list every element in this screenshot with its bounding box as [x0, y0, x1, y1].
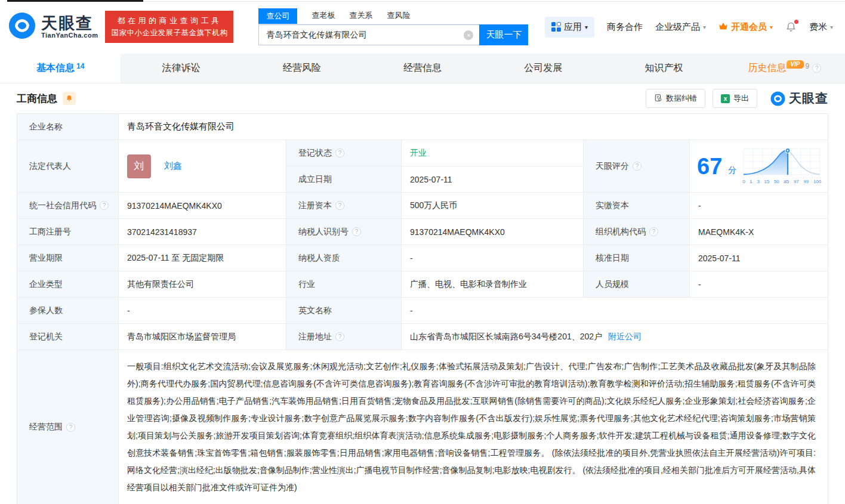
- field-label-english-name: 英文名称: [286, 298, 402, 324]
- field-label-organization-code: 组织机构代码 ?: [584, 219, 690, 245]
- score-distribution-chart: 0131550859799100: [742, 148, 821, 184]
- crown-icon: [718, 22, 728, 32]
- site-header: 天眼查 TianYanCha.com 都在用的商业查询工具 国家中小企业发展子基…: [0, 0, 845, 54]
- search-tab-company[interactable]: 查公司: [258, 8, 297, 24]
- field-label-tianyan-score: 天眼评分 ?: [584, 140, 690, 193]
- field-label-company-type: 企业类型: [17, 271, 119, 298]
- section-title: 工商信息: [17, 92, 57, 106]
- nav-enterprise-products[interactable]: 企业级产品 ▾: [655, 21, 706, 33]
- field-value-company-type: 其他有限责任公司: [119, 271, 286, 298]
- vip-badge: VIP: [787, 60, 803, 69]
- field-label-taxpayer-id: 纳税人识别号 ?: [286, 219, 402, 245]
- company-tabbar: 基本信息 14 法律诉讼 经营风险 经营信息 公司发展 知识产权 历史信息VIP…: [0, 54, 845, 84]
- field-value-registration-status: 开业: [402, 140, 584, 166]
- field-value-staff-size: -: [690, 271, 828, 298]
- browser-artifact: [7, 0, 143, 2]
- watermark-text: 天眼查: [789, 90, 828, 107]
- business-info-table: 企业名称 青岛环音文化传媒有限公司 法定代表人 刘 刘鑫 登记状态 ? 开业 成…: [17, 113, 828, 504]
- legal-rep-avatar[interactable]: 刘: [127, 154, 151, 178]
- field-value-registered-address: 山东省青岛市城阳区长城南路6号34号楼201、202户 附近公司: [402, 324, 828, 350]
- score-chart-axis: 0131550859799100: [742, 179, 821, 184]
- field-value-established-date: 2025-07-11: [402, 166, 584, 193]
- tab-history-info[interactable]: 历史信息VIP 9 ?: [724, 54, 845, 83]
- legal-rep-name-link[interactable]: 刘鑫: [164, 160, 182, 172]
- browser-artifact-line: [143, 1, 845, 2]
- status-badge: 开业: [410, 148, 427, 159]
- tianyancha-logo[interactable]: 天眼查 TianYanCha.com: [8, 12, 98, 42]
- caret-down-icon: ▾: [770, 24, 773, 30]
- field-label-insured-count: 参保人数: [17, 298, 119, 324]
- field-label-staff-size: 人员规模: [584, 271, 690, 298]
- help-icon[interactable]: ?: [335, 149, 344, 157]
- field-value-registered-capital: 500万人民币: [402, 193, 584, 219]
- field-label-legal-representative: 法定代表人: [17, 140, 119, 193]
- search-tab-risk[interactable]: 查风险: [387, 10, 410, 24]
- tab-company-development[interactable]: 公司发展: [483, 54, 603, 83]
- tab-basic-info-label: 基本信息: [36, 62, 75, 75]
- field-value-approval-date: 2025-07-11: [690, 245, 828, 271]
- header-nav: 应用 ▾ 商务合作 企业级产品 ▾ 开通会员 ▾ 费米 ▾: [545, 17, 833, 38]
- data-correction-button[interactable]: 数据纠错: [646, 89, 705, 108]
- help-icon[interactable]: ?: [100, 201, 109, 210]
- search-area: 查公司 查老板 查关系 查风险 × 天眼一下: [258, 8, 528, 45]
- field-label-registration-status: 登记状态 ?: [286, 140, 402, 166]
- tab-business-risk[interactable]: 经营风险: [242, 54, 362, 83]
- caret-down-icon: ▾: [830, 24, 833, 30]
- field-value-taxpayer-qualification: -: [402, 245, 584, 271]
- tianyancha-watermark: 天眼查: [770, 90, 828, 107]
- field-value-legal-representative: 刘 刘鑫: [119, 140, 286, 193]
- nav-apps-label: 应用: [564, 21, 582, 33]
- field-value-paid-in-capital: -: [690, 193, 828, 219]
- field-label-industry: 行业: [286, 271, 402, 298]
- score-unit: 分: [728, 165, 736, 176]
- apps-grid-icon: [551, 22, 561, 32]
- caret-down-icon: ▾: [585, 24, 588, 30]
- field-label-company-name: 企业名称: [17, 114, 119, 140]
- tab-legal-litigation[interactable]: 法律诉讼: [121, 54, 241, 83]
- field-label-business-term: 营业期限: [17, 245, 119, 271]
- slogan-banner: 都在用的商业查询工具 国家中小企业发展子基金旗下机构: [105, 11, 233, 43]
- field-label-established-date: 成立日期: [286, 166, 402, 193]
- notification-bell-icon[interactable]: [785, 21, 797, 33]
- field-label-approval-date: 核准日期: [584, 245, 690, 271]
- search-tab-relation[interactable]: 查关系: [349, 10, 372, 24]
- help-icon[interactable]: ?: [335, 332, 344, 341]
- help-icon[interactable]: ?: [66, 423, 75, 432]
- export-button[interactable]: x 导出: [713, 89, 757, 108]
- help-icon[interactable]: ?: [335, 201, 344, 210]
- search-tabs: 查公司 查老板 查关系 查风险: [258, 8, 528, 24]
- tab-intellectual-property[interactable]: 知识产权: [603, 54, 724, 83]
- field-label-registered-address: 注册地址 ?: [286, 324, 402, 350]
- tianyancha-watermark-icon: [770, 91, 785, 106]
- help-icon[interactable]: ?: [649, 227, 658, 236]
- search-input[interactable]: [258, 24, 479, 45]
- tab-basic-info-count: 14: [76, 62, 84, 70]
- search-tab-boss[interactable]: 查老板: [312, 10, 335, 24]
- help-icon[interactable]: ?: [633, 162, 642, 171]
- nav-user-label: 费米: [809, 21, 827, 33]
- nav-cooperation[interactable]: 商务合作: [607, 21, 643, 33]
- tab-business-info[interactable]: 经营信息: [362, 54, 483, 83]
- subscribe-bell-icon[interactable]: [63, 92, 76, 105]
- field-value-organization-code: MAEQMK4K-X: [690, 219, 828, 245]
- nav-user-menu[interactable]: 费米 ▾: [809, 21, 833, 33]
- field-label-credit-code: 统一社会信用代码 ?: [17, 193, 119, 219]
- slogan-line1: 都在用的商业查询工具: [111, 15, 227, 27]
- field-label-registration-number: 工商注册号: [17, 219, 119, 245]
- search-button[interactable]: 天眼一下: [479, 24, 528, 45]
- notification-dot: [794, 20, 798, 24]
- field-label-registered-capital: 注册资本 ?: [286, 193, 402, 219]
- help-icon[interactable]: ?: [812, 64, 821, 73]
- tab-basic-info[interactable]: 基本信息 14: [0, 54, 121, 83]
- field-value-insured-count: -: [119, 298, 286, 324]
- field-value-taxpayer-id: 91370214MAEQMK4KX0: [402, 219, 584, 245]
- field-value-credit-code: 91370214MAEQMK4KX0: [119, 193, 286, 219]
- field-value-registration-number: 370214231418937: [119, 219, 286, 245]
- nav-open-vip[interactable]: 开通会员 ▾: [718, 21, 773, 33]
- field-value-tianyan-score: 67 分: [690, 140, 828, 193]
- nearby-companies-link[interactable]: 附近公司: [608, 332, 642, 342]
- field-value-business-scope: 一般项目:组织文化艺术交流活动;会议及展览服务;休闲观光活动;文艺创作;礼仪服务…: [119, 350, 828, 504]
- nav-apps[interactable]: 应用 ▾: [545, 17, 594, 38]
- help-icon[interactable]: ?: [352, 227, 361, 236]
- data-correction-label: 数据纠错: [666, 93, 697, 104]
